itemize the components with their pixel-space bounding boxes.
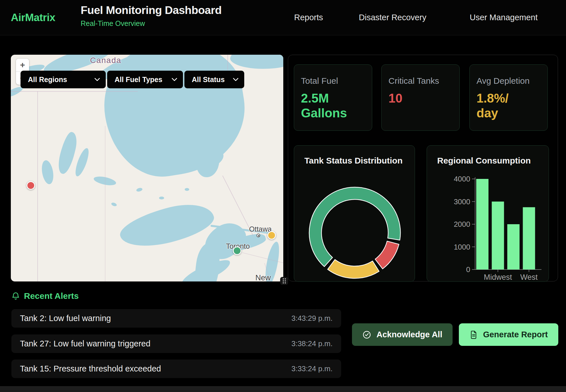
- country-label: Canada: [90, 56, 121, 65]
- svg-text:0: 0: [466, 265, 470, 274]
- document-icon: [469, 330, 478, 339]
- stat-card-total-fuel: Total Fuel 2.5M Gallons: [294, 64, 372, 131]
- svg-text:1000: 1000: [454, 243, 470, 251]
- stat-card-avg-depletion: Avg Depletion 1.8%/ day: [469, 64, 548, 131]
- alert-time: 3:43:29 p.m.: [291, 314, 333, 323]
- status-filter-value: All Status: [192, 75, 225, 84]
- alert-row[interactable]: Tank 15: Pressure threshold exceeded 3:3…: [11, 360, 341, 378]
- svg-text:2000: 2000: [454, 220, 470, 228]
- stat-label: Critical Tanks: [388, 76, 453, 86]
- small-lake: [111, 202, 117, 207]
- stat-card-critical-tanks: Critical Tanks 10: [381, 64, 460, 131]
- brand-logo: AirMatrix: [11, 0, 55, 35]
- bell-icon: [11, 291, 20, 301]
- admin-border: [105, 126, 105, 281]
- town-dot-icon: [256, 234, 260, 237]
- generate-report-label: Generate Report: [483, 330, 548, 339]
- svg-text:Midwest: Midwest: [484, 273, 512, 281]
- map-marker-critical[interactable]: [27, 181, 35, 190]
- stat-value: 2.5M Gallons: [301, 91, 365, 121]
- small-lake: [185, 188, 189, 191]
- tank-status-donut-chart: [294, 146, 415, 282]
- nav-item-user-management[interactable]: User Management: [470, 0, 538, 35]
- alert-message: Tank 27: Low fuel warning triggered: [20, 339, 150, 348]
- title-block: Fuel Monitoring Dashboard Real-Time Over…: [81, 4, 221, 28]
- svg-text:West: West: [520, 273, 538, 281]
- map-panel[interactable]: Canada Ottawa Toronto New York + − All R…: [11, 55, 283, 281]
- regional-consumption-card: 01000200030004000MidwestWest Regional Co…: [427, 145, 549, 282]
- alert-row[interactable]: Tank 27: Low fuel warning triggered 3:38…: [11, 334, 341, 353]
- page-subtitle: Real-Time Overview: [81, 19, 221, 28]
- top-right-water: [230, 55, 283, 71]
- chevron-down-icon: [233, 78, 239, 81]
- alerts-title: Recent Alerts: [24, 291, 79, 301]
- chart-title: Tank Status Distribution: [304, 156, 402, 166]
- svg-text:3000: 3000: [454, 197, 470, 206]
- nav-item-reports[interactable]: Reports: [294, 0, 323, 35]
- admin-border: [11, 91, 138, 92]
- region-filter-value: All Regions: [28, 75, 67, 84]
- chevron-down-icon: [172, 78, 177, 81]
- alert-time: 3:33:24 p.m.: [291, 364, 333, 373]
- tank-status-card: Tank Status Distribution: [294, 145, 415, 282]
- lake-superior: [116, 197, 217, 254]
- zoom-in-button[interactable]: +: [16, 59, 29, 72]
- acknowledge-all-button[interactable]: Acknowledge All: [352, 323, 453, 346]
- fuel-type-filter-dropdown[interactable]: All Fuel Types: [107, 71, 183, 88]
- region-filter-dropdown[interactable]: All Regions: [21, 71, 106, 88]
- map-filters: All Regions All Fuel Types All Status: [21, 71, 244, 88]
- stat-label: Avg Depletion: [477, 76, 541, 86]
- alert-message: Tank 2: Low fuel warning: [20, 314, 111, 323]
- status-filter-dropdown[interactable]: All Status: [184, 71, 244, 88]
- svg-text:4000: 4000: [454, 175, 470, 183]
- nav-item-disaster-recovery[interactable]: Disaster Recovery: [359, 0, 426, 35]
- chevron-down-icon: [94, 78, 100, 81]
- small-lake: [136, 187, 143, 192]
- drag-handle[interactable]: [280, 277, 288, 285]
- generate-report-button[interactable]: Generate Report: [459, 323, 558, 346]
- small-lake: [73, 147, 91, 178]
- dashboard-panel: Total Fuel 2.5M Gallons Critical Tanks 1…: [288, 55, 558, 281]
- alert-time: 3:38:24 p.m.: [291, 339, 333, 348]
- alert-message: Tank 15: Pressure threshold exceeded: [20, 364, 161, 373]
- check-circle-icon: [362, 330, 371, 339]
- footer-bar: [0, 386, 566, 392]
- small-lake: [40, 159, 55, 185]
- city-label-new-york: New York: [255, 273, 283, 281]
- stat-label: Total Fuel: [301, 76, 365, 86]
- alert-row[interactable]: Tank 2: Low fuel warning 3:43:29 p.m.: [11, 309, 341, 328]
- small-lake: [159, 197, 164, 199]
- map-marker-warning[interactable]: [267, 231, 276, 240]
- acknowledge-all-label: Acknowledge All: [376, 330, 442, 339]
- map-marker-normal[interactable]: [233, 246, 241, 255]
- admin-border: [37, 91, 38, 281]
- stat-value: 1.8%/ day: [477, 91, 541, 121]
- stat-value: 10: [388, 91, 453, 106]
- app-header: AirMatrix Fuel Monitoring Dashboard Real…: [0, 0, 566, 35]
- page-title: Fuel Monitoring Dashboard: [81, 4, 221, 17]
- regional-consumption-bar-chart: 01000200030004000MidwestWest: [427, 146, 549, 282]
- alerts-header: Recent Alerts: [11, 291, 79, 301]
- fuel-type-filter-value: All Fuel Types: [115, 75, 162, 84]
- chart-title: Regional Consumption: [437, 156, 531, 166]
